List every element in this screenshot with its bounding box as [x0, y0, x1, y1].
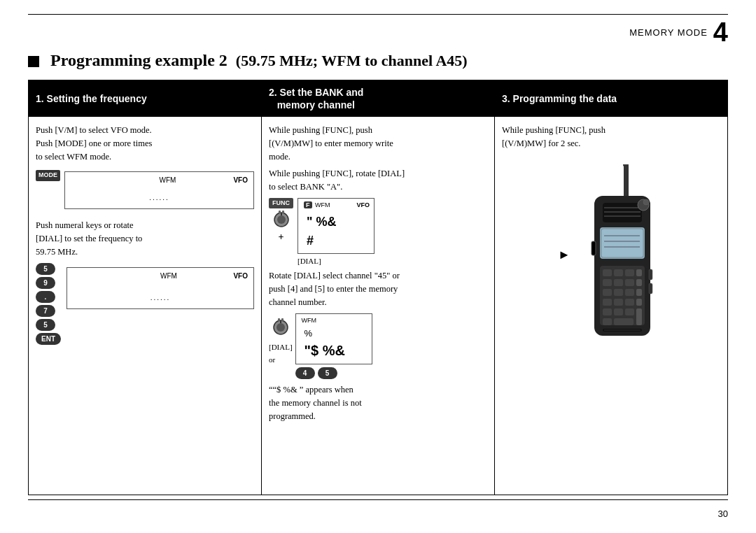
- col-3: 3. Programming the data While pushing [F…: [495, 80, 727, 495]
- col1-para2: Push numeral keys or rotate [DIAL] to se…: [36, 219, 254, 258]
- svg-rect-43: [614, 308, 623, 315]
- key-9: 9: [36, 277, 55, 289]
- display-hash: #: [304, 232, 368, 250]
- wfm-inline-2: WFM: [302, 316, 317, 326]
- key-7: 7: [36, 305, 55, 317]
- svg-rect-37: [636, 289, 642, 296]
- col2-para4: ““$ %& ” appears when the memory channel…: [269, 383, 487, 422]
- svg-rect-3: [279, 211, 281, 213]
- dots-1: ......: [149, 192, 169, 203]
- col1-header-text: 1. Setting the frequency: [36, 92, 147, 105]
- col-1: 1. Setting the frequency Push [V/M] to s…: [29, 80, 262, 495]
- key-dot: .: [36, 291, 55, 303]
- svg-point-1: [277, 215, 286, 224]
- f-badge-inline: F: [304, 201, 312, 211]
- three-col-layout: 1. Setting the frequency Push [V/M] to s…: [28, 80, 728, 495]
- svg-rect-36: [625, 289, 634, 296]
- svg-rect-41: [636, 299, 642, 306]
- key-5a: 5: [36, 263, 55, 275]
- col1-para1: Push [V/M] to select VFO mode. Push [MOD…: [36, 124, 254, 163]
- svg-rect-28: [625, 269, 634, 276]
- svg-rect-44: [625, 308, 634, 315]
- dial-label-2a: [DIAL]: [269, 341, 293, 353]
- col1-body: Push [V/M] to select VFO mode. Push [MOD…: [29, 117, 261, 495]
- svg-point-6: [276, 323, 285, 332]
- header-row: Memory Mode 4: [28, 19, 728, 45]
- keys-and-display: 5 9 . 7 5 ENT WFM VFO ......: [36, 263, 254, 345]
- svg-rect-34: [603, 289, 612, 296]
- col3-header-text: 3. Programming the data: [502, 92, 617, 105]
- key-5c: 5: [318, 367, 337, 379]
- plus-sign: +: [279, 229, 284, 244]
- svg-rect-29: [636, 269, 642, 276]
- dial-label-2b: or: [269, 354, 293, 366]
- footer-row: 30: [28, 506, 728, 519]
- col3-header: 3. Programming the data: [495, 80, 727, 117]
- page-container: Memory Mode 4 Programming example 2 (59.…: [0, 0, 756, 533]
- col2-header-text: 2. Set the BANK and memory channel: [269, 86, 363, 111]
- mode-badge: MODE: [36, 170, 60, 181]
- col2-header: 2. Set the BANK and memory channel: [262, 80, 494, 117]
- svg-rect-31: [614, 279, 623, 286]
- svg-rect-8: [278, 318, 280, 321]
- dots-2: ......: [150, 292, 171, 303]
- svg-rect-42: [603, 308, 612, 315]
- col2-para3: Rotate [DIAL] select channel "45" or pus…: [269, 269, 487, 308]
- programming-example-label: Programming example 2: [50, 51, 227, 70]
- vfo-label-2: VFO: [233, 271, 248, 281]
- display-big-1: " %&: [304, 213, 368, 232]
- bottom-rule: [28, 499, 728, 500]
- svg-rect-27: [614, 269, 623, 276]
- svg-rect-32: [625, 279, 634, 286]
- dial-icon-1: [271, 208, 292, 229]
- wfm-label-2: WFM: [160, 271, 177, 281]
- svg-rect-24: [592, 241, 596, 255]
- col1-header: 1. Setting the frequency: [29, 80, 261, 117]
- svg-rect-38: [603, 299, 612, 306]
- dial-labels: [DIAL] or: [269, 341, 293, 366]
- col3-body: While pushing [FUNC], push [(V/M)MW] for…: [495, 117, 727, 495]
- key-5b: 5: [36, 319, 55, 331]
- svg-rect-9: [281, 318, 284, 321]
- svg-rect-40: [625, 299, 634, 306]
- vfo-display-2: WFM VFO ......: [66, 267, 254, 309]
- dial-display-area-1: FUNC +: [269, 198, 487, 267]
- wfm-label-1: WFM: [160, 175, 176, 185]
- section-number: 4: [713, 19, 728, 45]
- col2-num: 2.: [269, 87, 277, 98]
- svg-rect-13: [603, 203, 642, 222]
- dollar-display: "$ %&: [302, 340, 366, 361]
- arrow-right-icon: ►: [558, 246, 570, 264]
- svg-rect-46: [603, 318, 612, 325]
- col2-body: While pushing [FUNC], push [(V/M)MW] to …: [262, 117, 494, 495]
- svg-rect-18: [601, 229, 643, 257]
- key-ent: ENT: [36, 333, 61, 345]
- memory-mode-label: Memory Mode: [629, 27, 708, 38]
- vfo-label-1: VFO: [233, 175, 248, 185]
- dial-label-1: [DIAL]: [298, 255, 374, 267]
- top-rule: [28, 14, 728, 15]
- svg-rect-51: [649, 283, 652, 294]
- key-4: 4: [295, 367, 315, 379]
- num-badges: 4 5: [295, 367, 372, 379]
- percent-display: %: [302, 327, 366, 341]
- svg-rect-39: [614, 299, 623, 306]
- svg-rect-35: [614, 289, 623, 296]
- svg-point-23: [643, 199, 649, 205]
- radio-image-container: ►: [502, 157, 720, 353]
- col3-para1: While pushing [FUNC], push [(V/M)MW] for…: [502, 124, 720, 150]
- col2-para1: While pushing [FUNC], push [(V/M)MW] to …: [269, 124, 487, 163]
- func-badge: FUNC: [269, 198, 293, 209]
- svg-rect-50: [649, 269, 652, 280]
- svg-rect-4: [282, 211, 284, 213]
- page-number: 30: [718, 509, 728, 519]
- display-box-2: WFM % "$ %&: [295, 313, 372, 365]
- walkie-talkie-svg: [573, 164, 664, 346]
- wfm-inline: WFM: [315, 201, 330, 211]
- vfo-display-1: WFM VFO ......: [64, 171, 254, 209]
- col-2: 2. Set the BANK and memory channel While…: [262, 80, 495, 495]
- svg-rect-45: [636, 308, 642, 325]
- dial-icon-2: [270, 313, 291, 340]
- svg-rect-26: [603, 269, 612, 276]
- svg-rect-47: [614, 318, 634, 325]
